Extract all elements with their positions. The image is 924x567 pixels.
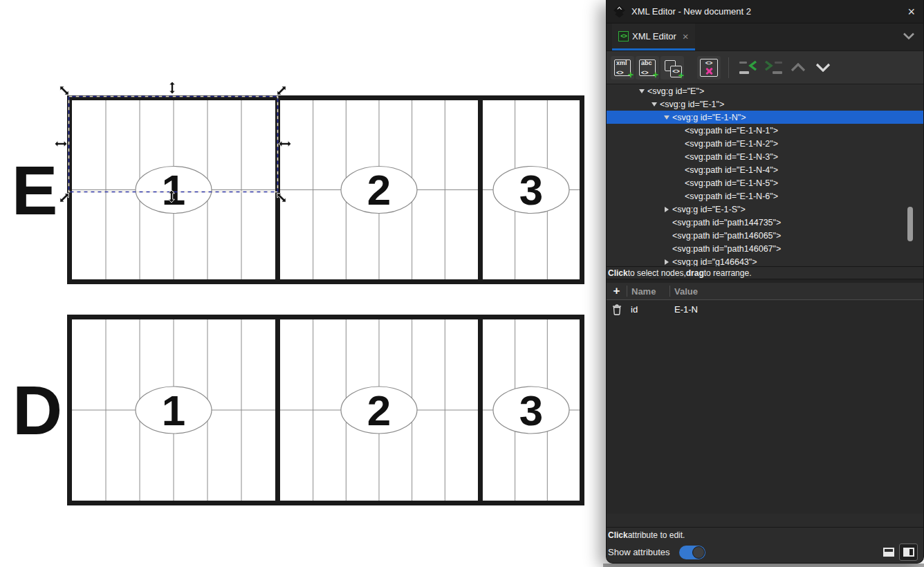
show-attributes-label: Show attributes [608, 547, 670, 557]
xml-editor-dialog: XML Editor - New document 2 × <> XML Edi… [606, 0, 924, 564]
xml-tree-node[interactable]: <svg:g id="E-1-S"> [607, 203, 923, 216]
xml-node-text: <svg:path id="E-1-N-4"> [685, 165, 778, 175]
svg-document[interactable]: 123E123D [0, 0, 606, 567]
expand-triangle-icon[interactable] [649, 102, 660, 106]
chevron-down-icon[interactable] [903, 32, 915, 42]
collapse-triangle-icon[interactable] [661, 259, 672, 265]
attribute-name-header: Name [627, 286, 669, 297]
dialog-footer: Click attribute to edit. Show attributes [607, 527, 923, 563]
dialog-title: XML Editor - New document 2 [631, 6, 751, 17]
indent-node-icon [764, 61, 782, 75]
attribute-hint: Click attribute to edit. [608, 530, 918, 541]
xml-tag-icon: <> [618, 31, 629, 41]
move-up-icon [791, 63, 806, 72]
layout-vertical-button[interactable] [899, 543, 918, 561]
attribute-value[interactable]: E-1-N [669, 304, 698, 315]
expand-triangle-icon[interactable] [661, 115, 672, 120]
dialog-titlebar[interactable]: XML Editor - New document 2 × [607, 0, 923, 23]
xml-node-text: <svg:g id="E-1"> [660, 100, 724, 109]
move-down-icon [815, 63, 831, 72]
xml-node-text: <svg:g id="E-1-N"> [672, 113, 746, 122]
trash-icon [612, 304, 622, 315]
toolbar-separator [728, 57, 729, 78]
tree-scrollbar-thumb[interactable] [907, 207, 913, 241]
section-number: 2 [367, 387, 391, 434]
close-icon[interactable]: × [907, 6, 915, 18]
section-number: 3 [519, 166, 543, 214]
row-label: D [12, 371, 62, 449]
scale-handle-arrow[interactable] [55, 141, 67, 147]
xml-node-text: <svg:g id="E-1-S"> [672, 205, 746, 214]
new-element-node-icon: xml <> + [614, 59, 631, 76]
layout-horizontal-icon [883, 548, 894, 557]
xml-tree-node[interactable]: <svg:path id="E-1-N-5"> [607, 176, 923, 189]
xml-tree-node[interactable]: <svg:path id="E-1-N-2"> [607, 137, 923, 150]
scale-handle-arrow[interactable] [275, 84, 288, 97]
section-number: 1 [162, 166, 185, 214]
xml-tree-node[interactable]: <svg:g id="g146643"> [607, 255, 923, 266]
xml-tree-node[interactable]: <svg:path id="E-1-N-1"> [607, 124, 923, 137]
unindent-node-button[interactable] [737, 56, 760, 80]
xml-tree-node[interactable]: <svg:path id="path146067"> [607, 242, 923, 255]
attribute-row[interactable]: id E-1-N [607, 300, 923, 319]
xml-tree-node[interactable]: <svg:g id="E-1"> [607, 97, 923, 111]
layout-vertical-icon [903, 548, 914, 557]
attribute-value-header: Value [670, 286, 698, 297]
xml-tree-node[interactable]: <svg:g id="E"> [607, 84, 923, 97]
delete-node-button[interactable]: <> [697, 56, 721, 80]
window-bottom-strip [603, 564, 924, 567]
duplicate-node-icon: <> + [662, 57, 683, 78]
indent-node-button[interactable] [761, 56, 785, 80]
xml-tree-node[interactable]: <svg:path id="path144735"> [607, 216, 923, 229]
delete-node-icon: <> [700, 59, 718, 77]
move-node-down-button[interactable] [811, 56, 835, 80]
add-attribute-button[interactable]: + [607, 284, 627, 298]
move-node-up-button[interactable] [786, 56, 810, 80]
tab-xml-editor[interactable]: <> XML Editor × [612, 24, 695, 50]
tab-bar: <> XML Editor × [607, 23, 923, 50]
section-number: 3 [519, 387, 543, 434]
xml-node-text: <svg:path id="E-1-N-5"> [685, 178, 778, 188]
scale-handle-arrow[interactable] [169, 82, 176, 94]
delete-attribute-button[interactable] [607, 304, 627, 315]
xml-node-tree[interactable]: <svg:g id="E"><svg:g id="E-1"><svg:g id=… [607, 84, 923, 266]
xml-node-text: <svg:path id="E-1-N-2"> [685, 139, 778, 149]
xml-tree-node[interactable]: <svg:path id="E-1-N-4"> [607, 163, 923, 176]
xml-node-text: <svg:path id="E-1-N-3"> [685, 152, 778, 162]
attribute-table-header: + Name Value [607, 283, 923, 300]
unindent-node-icon [739, 61, 757, 75]
tree-hint: Click to select nodes, drag to rearrange… [607, 266, 923, 279]
duplicate-node-button[interactable]: <> + [660, 56, 684, 80]
scale-handle-arrow[interactable] [279, 141, 291, 147]
expand-triangle-icon[interactable] [636, 89, 647, 93]
xml-node-text: <svg:path id="E-1-N-6"> [685, 192, 778, 201]
xml-tree-node[interactable]: <svg:g id="E-1-N"> [607, 111, 923, 124]
xml-node-text: <svg:path id="path146067"> [672, 244, 781, 254]
drawing-canvas[interactable]: 123E123D [0, 0, 606, 567]
tab-label: XML Editor [632, 31, 676, 41]
layout-horizontal-button[interactable] [880, 544, 897, 560]
new-element-node-button[interactable]: xml <> + [611, 56, 634, 80]
section-number: 1 [162, 387, 185, 434]
inkscape-logo-icon [613, 5, 626, 18]
xml-node-text: <svg:path id="path146065"> [672, 231, 781, 241]
xml-node-text: <svg:g id="E"> [647, 86, 704, 96]
row-label: E [12, 151, 58, 229]
xml-node-text: <svg:g id="g146643"> [672, 257, 757, 267]
xml-tree-node[interactable]: <svg:path id="E-1-N-6"> [607, 189, 923, 203]
new-text-node-icon: abc <> + [639, 59, 656, 76]
xml-node-text: <svg:path id="E-1-N-1"> [685, 126, 778, 136]
attribute-name[interactable]: id [627, 304, 669, 315]
tab-close-icon[interactable]: × [683, 31, 689, 41]
scale-handle-arrow[interactable] [58, 84, 71, 97]
section-number: 2 [367, 166, 391, 214]
xml-toolbar: xml <> + abc <> + <> + <> [607, 50, 923, 84]
show-attributes-toggle[interactable] [679, 546, 705, 559]
collapse-triangle-icon[interactable] [661, 207, 672, 212]
xml-tree-node[interactable]: <svg:path id="E-1-N-3"> [607, 150, 923, 163]
xml-node-text: <svg:path id="path144735"> [672, 218, 781, 227]
xml-tree-node[interactable]: <svg:path id="path146065"> [607, 229, 923, 242]
attribute-table: id E-1-N [607, 300, 923, 514]
new-text-node-button[interactable]: abc <> + [636, 56, 659, 80]
